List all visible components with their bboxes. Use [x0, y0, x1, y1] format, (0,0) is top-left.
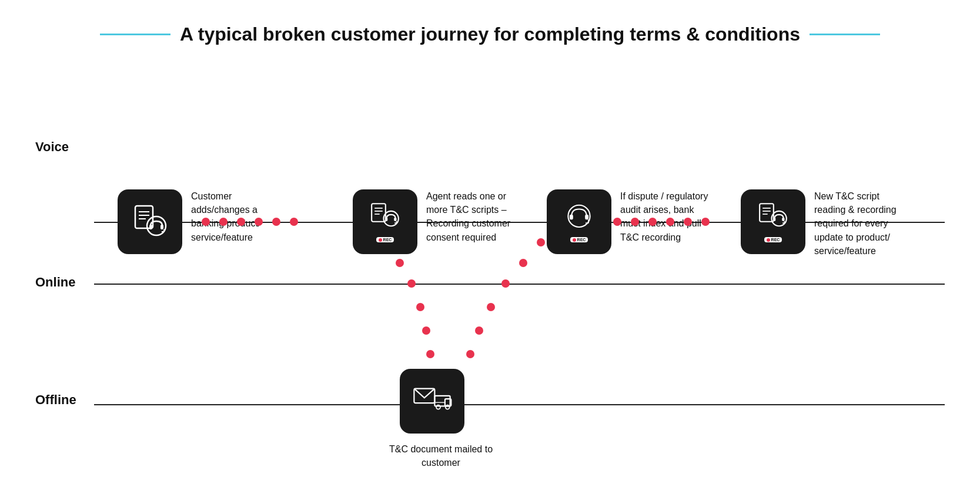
svg-rect-14	[385, 218, 387, 221]
desc-step4: New T&C script reading & recording requi…	[814, 189, 902, 258]
title-line-left	[100, 34, 170, 35]
desc-step3: If dispute / regulatory audit arises, ba…	[620, 189, 708, 244]
svg-rect-29	[782, 218, 784, 221]
desc-step2: Agent reads one or more T&C scripts – Re…	[426, 189, 514, 244]
svg-rect-15	[394, 218, 396, 221]
main-container: A typical broken customer journey for co…	[0, 0, 980, 490]
journey-svg	[35, 75, 945, 439]
page-title: A typical broken customer journey for co…	[180, 24, 800, 45]
desc-offline: T&C document mailed to customer	[382, 442, 500, 469]
title-section: A typical broken customer journey for co…	[35, 24, 945, 45]
svg-point-57	[487, 303, 495, 311]
svg-point-54	[426, 350, 434, 358]
svg-rect-19	[570, 215, 573, 219]
svg-point-56	[475, 326, 483, 335]
desc-step1: Customer adds/changes a banking product/…	[191, 189, 279, 244]
row-label-online: Online	[35, 275, 75, 290]
rec-badge-4: REC	[764, 237, 782, 242]
journey-area: Voice Online Offline	[35, 75, 945, 439]
svg-rect-28	[773, 218, 775, 221]
svg-point-60	[537, 238, 545, 246]
icon-box-step1	[118, 189, 182, 254]
rec-badge-3: REC	[570, 237, 588, 242]
svg-rect-20	[585, 215, 588, 219]
online-line	[94, 284, 945, 285]
icon-box-step3: REC	[547, 189, 611, 254]
icon-box-step4: REC	[741, 189, 805, 254]
svg-rect-6	[160, 225, 163, 229]
icon-box-step2: REC	[353, 189, 417, 254]
row-label-voice: Voice	[35, 139, 69, 155]
svg-rect-33	[434, 396, 450, 406]
svg-rect-5	[149, 225, 152, 229]
svg-point-59	[519, 259, 527, 267]
row-label-offline: Offline	[35, 392, 76, 408]
svg-point-50	[396, 259, 404, 267]
svg-point-53	[422, 326, 430, 335]
svg-point-55	[466, 350, 474, 358]
rec-badge-2: REC	[376, 237, 394, 242]
offline-line	[94, 404, 945, 405]
icon-box-offline	[400, 369, 464, 434]
svg-point-52	[416, 303, 424, 311]
title-line-right	[810, 34, 880, 35]
